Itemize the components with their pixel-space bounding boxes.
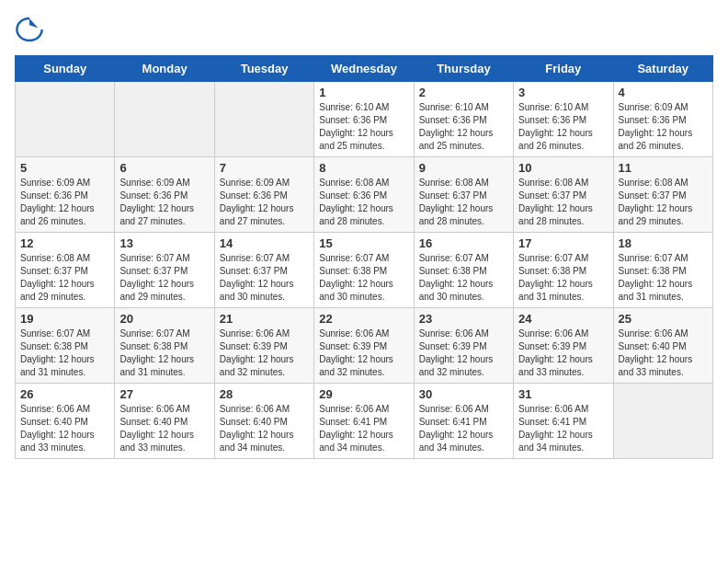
day-number: 29 <box>319 387 408 401</box>
calendar-cell: 6Sunrise: 6:09 AM Sunset: 6:36 PM Daylig… <box>115 157 214 233</box>
day-info: Sunrise: 6:06 AM Sunset: 6:39 PM Dayligh… <box>518 327 608 379</box>
calendar-cell: 25Sunrise: 6:06 AM Sunset: 6:40 PM Dayli… <box>613 308 712 384</box>
calendar-cell: 28Sunrise: 6:06 AM Sunset: 6:40 PM Dayli… <box>214 384 313 459</box>
calendar: SundayMondayTuesdayWednesdayThursdayFrid… <box>15 55 713 459</box>
calendar-cell: 23Sunrise: 6:06 AM Sunset: 6:39 PM Dayli… <box>414 308 513 384</box>
day-number: 8 <box>319 161 408 175</box>
day-number: 21 <box>220 312 309 326</box>
day-info: Sunrise: 6:08 AM Sunset: 6:36 PM Dayligh… <box>319 177 408 228</box>
day-number: 15 <box>319 236 408 250</box>
day-info: Sunrise: 6:07 AM Sunset: 6:38 PM Dayligh… <box>419 252 508 304</box>
calendar-cell <box>214 82 313 157</box>
day-info: Sunrise: 6:09 AM Sunset: 6:36 PM Dayligh… <box>20 177 109 228</box>
calendar-cell: 27Sunrise: 6:06 AM Sunset: 6:40 PM Dayli… <box>115 384 214 459</box>
day-number: 10 <box>518 161 608 175</box>
day-info: Sunrise: 6:07 AM Sunset: 6:38 PM Dayligh… <box>619 252 708 304</box>
calendar-cell: 15Sunrise: 6:07 AM Sunset: 6:38 PM Dayli… <box>314 233 414 308</box>
day-info: Sunrise: 6:07 AM Sunset: 6:38 PM Dayligh… <box>518 252 608 304</box>
day-number: 27 <box>119 387 209 401</box>
day-info: Sunrise: 6:06 AM Sunset: 6:41 PM Dayligh… <box>518 403 608 454</box>
day-info: Sunrise: 6:07 AM Sunset: 6:38 PM Dayligh… <box>20 327 109 379</box>
calendar-cell: 1Sunrise: 6:10 AM Sunset: 6:36 PM Daylig… <box>314 82 414 157</box>
calendar-cell: 21Sunrise: 6:06 AM Sunset: 6:39 PM Dayli… <box>214 308 313 384</box>
logo-icon <box>15 15 44 44</box>
calendar-week-row: 19Sunrise: 6:07 AM Sunset: 6:38 PM Dayli… <box>16 308 713 384</box>
day-info: Sunrise: 6:06 AM Sunset: 6:40 PM Dayligh… <box>119 403 209 454</box>
calendar-cell: 20Sunrise: 6:07 AM Sunset: 6:38 PM Dayli… <box>115 308 214 384</box>
calendar-cell: 13Sunrise: 6:07 AM Sunset: 6:37 PM Dayli… <box>115 233 214 308</box>
day-number: 19 <box>20 312 109 326</box>
calendar-cell: 7Sunrise: 6:09 AM Sunset: 6:36 PM Daylig… <box>214 157 313 233</box>
day-info: Sunrise: 6:08 AM Sunset: 6:37 PM Dayligh… <box>619 177 708 228</box>
day-number: 22 <box>319 312 408 326</box>
calendar-cell <box>115 82 214 157</box>
day-number: 4 <box>619 86 708 99</box>
day-number: 31 <box>518 387 608 401</box>
calendar-cell: 22Sunrise: 6:06 AM Sunset: 6:39 PM Dayli… <box>314 308 414 384</box>
calendar-cell: 2Sunrise: 6:10 AM Sunset: 6:36 PM Daylig… <box>414 82 513 157</box>
weekday-header: Wednesday <box>314 56 414 82</box>
calendar-cell: 17Sunrise: 6:07 AM Sunset: 6:38 PM Dayli… <box>514 233 613 308</box>
day-number: 12 <box>20 236 109 250</box>
day-info: Sunrise: 6:10 AM Sunset: 6:36 PM Dayligh… <box>319 101 408 153</box>
calendar-cell: 31Sunrise: 6:06 AM Sunset: 6:41 PM Dayli… <box>514 384 613 459</box>
day-info: Sunrise: 6:08 AM Sunset: 6:37 PM Dayligh… <box>419 177 508 228</box>
calendar-cell: 29Sunrise: 6:06 AM Sunset: 6:41 PM Dayli… <box>314 384 414 459</box>
calendar-cell: 18Sunrise: 6:07 AM Sunset: 6:38 PM Dayli… <box>613 233 712 308</box>
day-info: Sunrise: 6:07 AM Sunset: 6:37 PM Dayligh… <box>220 252 309 304</box>
day-info: Sunrise: 6:10 AM Sunset: 6:36 PM Dayligh… <box>518 101 608 153</box>
calendar-cell: 5Sunrise: 6:09 AM Sunset: 6:36 PM Daylig… <box>16 157 115 233</box>
day-number: 2 <box>419 86 508 99</box>
weekday-header: Monday <box>115 56 214 82</box>
day-info: Sunrise: 6:06 AM Sunset: 6:40 PM Dayligh… <box>619 327 708 379</box>
day-info: Sunrise: 6:06 AM Sunset: 6:40 PM Dayligh… <box>20 403 109 454</box>
calendar-cell: 3Sunrise: 6:10 AM Sunset: 6:36 PM Daylig… <box>514 82 613 157</box>
day-number: 28 <box>220 387 309 401</box>
day-info: Sunrise: 6:06 AM Sunset: 6:39 PM Dayligh… <box>419 327 508 379</box>
day-info: Sunrise: 6:09 AM Sunset: 6:36 PM Dayligh… <box>119 177 209 228</box>
day-number: 7 <box>220 161 309 175</box>
day-number: 9 <box>419 161 508 175</box>
calendar-cell: 4Sunrise: 6:09 AM Sunset: 6:36 PM Daylig… <box>613 82 712 157</box>
calendar-cell: 26Sunrise: 6:06 AM Sunset: 6:40 PM Dayli… <box>16 384 115 459</box>
calendar-cell: 14Sunrise: 6:07 AM Sunset: 6:37 PM Dayli… <box>214 233 313 308</box>
day-number: 5 <box>20 161 109 175</box>
logo <box>15 15 48 44</box>
day-info: Sunrise: 6:08 AM Sunset: 6:37 PM Dayligh… <box>20 252 109 304</box>
day-number: 24 <box>518 312 608 326</box>
day-number: 18 <box>619 236 708 250</box>
day-number: 23 <box>419 312 508 326</box>
day-number: 13 <box>119 236 209 250</box>
day-number: 14 <box>220 236 309 250</box>
calendar-cell: 12Sunrise: 6:08 AM Sunset: 6:37 PM Dayli… <box>16 233 115 308</box>
day-number: 30 <box>419 387 508 401</box>
weekday-header: Thursday <box>414 56 513 82</box>
day-info: Sunrise: 6:07 AM Sunset: 6:38 PM Dayligh… <box>119 327 209 379</box>
calendar-cell: 11Sunrise: 6:08 AM Sunset: 6:37 PM Dayli… <box>613 157 712 233</box>
weekday-header: Friday <box>514 56 613 82</box>
day-number: 26 <box>20 387 109 401</box>
day-info: Sunrise: 6:06 AM Sunset: 6:41 PM Dayligh… <box>319 403 408 454</box>
calendar-week-row: 5Sunrise: 6:09 AM Sunset: 6:36 PM Daylig… <box>16 157 713 233</box>
calendar-cell: 16Sunrise: 6:07 AM Sunset: 6:38 PM Dayli… <box>414 233 513 308</box>
calendar-cell <box>16 82 115 157</box>
calendar-header-row: SundayMondayTuesdayWednesdayThursdayFrid… <box>16 56 713 82</box>
weekday-header: Tuesday <box>214 56 313 82</box>
day-info: Sunrise: 6:08 AM Sunset: 6:37 PM Dayligh… <box>518 177 608 228</box>
day-info: Sunrise: 6:09 AM Sunset: 6:36 PM Dayligh… <box>619 101 708 153</box>
day-info: Sunrise: 6:06 AM Sunset: 6:41 PM Dayligh… <box>419 403 508 454</box>
calendar-cell: 10Sunrise: 6:08 AM Sunset: 6:37 PM Dayli… <box>514 157 613 233</box>
calendar-cell: 24Sunrise: 6:06 AM Sunset: 6:39 PM Dayli… <box>514 308 613 384</box>
calendar-cell: 30Sunrise: 6:06 AM Sunset: 6:41 PM Dayli… <box>414 384 513 459</box>
calendar-cell: 9Sunrise: 6:08 AM Sunset: 6:37 PM Daylig… <box>414 157 513 233</box>
day-number: 11 <box>619 161 708 175</box>
calendar-cell: 19Sunrise: 6:07 AM Sunset: 6:38 PM Dayli… <box>16 308 115 384</box>
calendar-cell <box>613 384 712 459</box>
calendar-week-row: 26Sunrise: 6:06 AM Sunset: 6:40 PM Dayli… <box>16 384 713 459</box>
day-info: Sunrise: 6:06 AM Sunset: 6:40 PM Dayligh… <box>220 403 309 454</box>
day-number: 16 <box>419 236 508 250</box>
day-info: Sunrise: 6:07 AM Sunset: 6:37 PM Dayligh… <box>119 252 209 304</box>
page-header <box>15 15 713 44</box>
day-info: Sunrise: 6:06 AM Sunset: 6:39 PM Dayligh… <box>319 327 408 379</box>
weekday-header: Saturday <box>613 56 712 82</box>
